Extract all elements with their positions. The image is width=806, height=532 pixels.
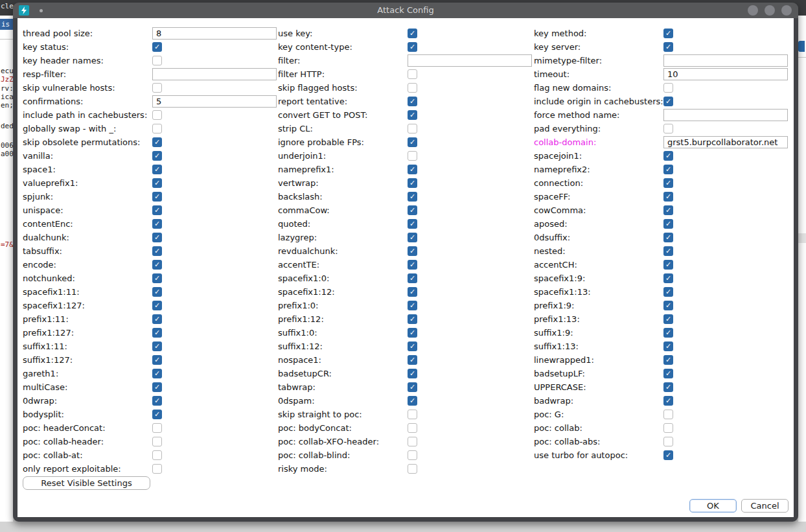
checkbox-0dsuffix[interactable]: ✓ — [663, 233, 673, 242]
checkbox-use-key[interactable]: ✓ — [408, 29, 417, 38]
checkbox-linewrapped1[interactable]: ✓ — [663, 355, 673, 365]
checkbox-prefix1-127[interactable]: ✓ — [152, 328, 162, 338]
input-mimetype-filter[interactable] — [663, 54, 788, 67]
checkbox-skip-flagged-hosts[interactable] — [408, 83, 417, 93]
minimize-button[interactable] — [748, 5, 758, 16]
checkbox-poc-headerconcat[interactable] — [152, 423, 162, 433]
checkbox-prefix1-12[interactable]: ✓ — [408, 314, 417, 324]
checkbox-spacefix1-0[interactable]: ✓ — [408, 273, 417, 283]
checkbox-uppercase[interactable]: ✓ — [663, 382, 673, 392]
input-thread-pool-size[interactable] — [152, 27, 277, 40]
checkbox-suffix1-11[interactable]: ✓ — [152, 341, 162, 351]
checkbox-gareth1[interactable]: ✓ — [152, 369, 162, 378]
checkbox-prefix1-0[interactable]: ✓ — [408, 301, 417, 310]
ok-button[interactable]: OK — [689, 499, 737, 513]
input-confirmations[interactable] — [152, 95, 277, 108]
checkbox-ignore-probable-fps[interactable]: ✓ — [408, 137, 417, 147]
checkbox-0dwrap[interactable]: ✓ — [152, 396, 162, 406]
checkbox-include-path-in-cachebusters[interactable] — [152, 110, 162, 120]
checkbox-risky-mode[interactable] — [408, 464, 417, 474]
checkbox-prefix1-9[interactable]: ✓ — [663, 301, 673, 310]
checkbox-skip-vulnerable-hosts[interactable] — [152, 83, 162, 93]
checkbox-space1[interactable]: ✓ — [152, 165, 162, 174]
checkbox-contentenc[interactable]: ✓ — [152, 219, 162, 229]
checkbox-key-server[interactable]: ✓ — [663, 42, 673, 52]
checkbox-poc-collab-blind[interactable] — [408, 450, 417, 460]
checkbox-cowcomma[interactable]: ✓ — [663, 205, 673, 215]
checkbox-aposed[interactable]: ✓ — [663, 219, 673, 229]
checkbox-valueprefix1[interactable]: ✓ — [152, 178, 162, 188]
checkbox-suffix1-12[interactable]: ✓ — [408, 341, 417, 351]
checkbox-spacefix1-12[interactable]: ✓ — [408, 287, 417, 297]
checkbox-prefix1-11[interactable]: ✓ — [152, 314, 162, 324]
checkbox-0dspam[interactable]: ✓ — [408, 396, 417, 406]
checkbox-accentte[interactable]: ✓ — [408, 260, 417, 270]
input-collab-domain[interactable] — [663, 136, 788, 148]
checkbox-spacefix1-13[interactable]: ✓ — [663, 287, 673, 297]
checkbox-lazygrep[interactable]: ✓ — [408, 233, 417, 242]
checkbox-use-turbo-for-autopoc[interactable]: ✓ — [663, 450, 673, 460]
checkbox-quoted[interactable]: ✓ — [408, 219, 417, 229]
checkbox-nested[interactable]: ✓ — [663, 246, 673, 256]
checkbox-vertwrap[interactable]: ✓ — [408, 178, 417, 188]
checkbox-key-content-type[interactable]: ✓ — [408, 42, 417, 52]
checkbox-skip-straight-to-poc[interactable] — [408, 410, 417, 419]
checkbox-poc-collab-header[interactable] — [152, 437, 162, 446]
checkbox-include-origin-in-cachebusters[interactable]: ✓ — [663, 97, 673, 106]
checkbox-suffix1-0[interactable]: ✓ — [408, 328, 417, 338]
reset-visible-settings-button[interactable]: Reset Visible Settings — [23, 476, 150, 490]
checkbox-poc-bodyconcat[interactable] — [408, 423, 417, 433]
checkbox-backslash[interactable]: ✓ — [408, 192, 417, 202]
checkbox-connection[interactable]: ✓ — [663, 178, 673, 188]
checkbox-nospace1[interactable]: ✓ — [408, 355, 417, 365]
checkbox-skip-obsolete-permutations[interactable]: ✓ — [152, 137, 162, 147]
checkbox-poc-collab-at[interactable] — [152, 450, 162, 460]
checkbox-poc-collab-xfo-header[interactable] — [408, 437, 417, 446]
checkbox-pad-everything[interactable] — [663, 124, 673, 133]
checkbox-badsetuplf[interactable]: ✓ — [663, 369, 673, 378]
checkbox-unispace[interactable]: ✓ — [152, 205, 162, 215]
checkbox-prefix1-13[interactable]: ✓ — [663, 314, 673, 324]
checkbox-accentch[interactable]: ✓ — [663, 260, 673, 270]
checkbox-strip-cl[interactable] — [408, 124, 417, 133]
checkbox-nameprefix2[interactable]: ✓ — [663, 165, 673, 174]
checkbox-key-method[interactable]: ✓ — [663, 29, 673, 38]
checkbox-badsetupcr[interactable]: ✓ — [408, 369, 417, 378]
checkbox-poc-g[interactable] — [663, 410, 673, 419]
checkbox-spacefix1-9[interactable]: ✓ — [663, 273, 673, 283]
checkbox-poc-collab-abs[interactable] — [663, 437, 673, 446]
checkbox-spaceff[interactable]: ✓ — [663, 192, 673, 202]
checkbox-spjunk[interactable]: ✓ — [152, 192, 162, 202]
cancel-button[interactable]: Cancel — [741, 499, 789, 513]
checkbox-badwrap[interactable]: ✓ — [663, 396, 673, 406]
input-force-method-name[interactable] — [663, 109, 788, 121]
checkbox-vanilla[interactable]: ✓ — [152, 151, 162, 161]
checkbox-suffix1-9[interactable]: ✓ — [663, 328, 673, 338]
checkbox-spacefix1-127[interactable]: ✓ — [152, 301, 162, 310]
checkbox-encode[interactable]: ✓ — [152, 260, 162, 270]
checkbox-commacow[interactable]: ✓ — [408, 205, 417, 215]
checkbox-key-header-names[interactable] — [152, 56, 162, 65]
checkbox-flag-new-domains[interactable] — [663, 83, 673, 93]
checkbox-nameprefix1[interactable]: ✓ — [408, 165, 417, 174]
checkbox-key-status[interactable]: ✓ — [152, 42, 162, 52]
checkbox-notchunked[interactable]: ✓ — [152, 273, 162, 283]
checkbox-suffix1-127[interactable]: ✓ — [152, 355, 162, 365]
checkbox-tabwrap[interactable]: ✓ — [408, 382, 417, 392]
checkbox-revdualchunk[interactable]: ✓ — [408, 246, 417, 256]
checkbox-suffix1-13[interactable]: ✓ — [663, 341, 673, 351]
dialog-titlebar[interactable]: Attack Config — [13, 3, 798, 18]
input-resp-filter[interactable] — [152, 68, 277, 80]
checkbox-dualchunk[interactable]: ✓ — [152, 233, 162, 242]
maximize-button[interactable] — [765, 5, 775, 16]
input-filter[interactable] — [408, 54, 532, 67]
checkbox-poc-collab[interactable] — [663, 423, 673, 433]
checkbox-only-report-exploitable[interactable] — [152, 464, 162, 474]
checkbox-bodysplit[interactable]: ✓ — [152, 410, 162, 419]
checkbox-tabsuffix[interactable]: ✓ — [152, 246, 162, 256]
checkbox-globally-swap-with[interactable] — [152, 124, 162, 133]
checkbox-filter-http[interactable] — [408, 69, 417, 79]
checkbox-report-tentative[interactable]: ✓ — [408, 97, 417, 106]
checkbox-spacejoin1[interactable]: ✓ — [663, 151, 673, 161]
checkbox-underjoin1[interactable] — [408, 151, 417, 161]
